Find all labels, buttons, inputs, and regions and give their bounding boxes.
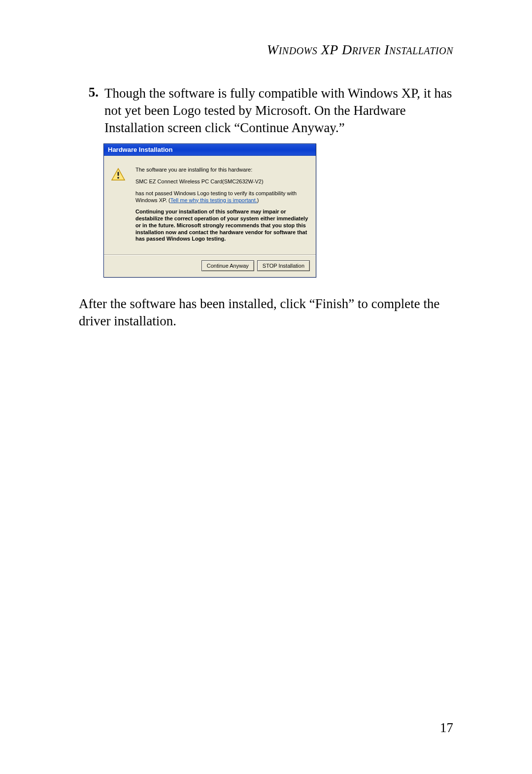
- dialog-warning-text: Continuing your installation of this sof…: [135, 209, 309, 243]
- step-number: 5.: [79, 85, 104, 100]
- after-install-text: After the software has been installed, c…: [79, 295, 453, 330]
- dialog-intro-line: The software you are installing for this…: [135, 167, 309, 174]
- dialog-not-passed-suffix: ): [257, 197, 259, 203]
- svg-point-2: [117, 177, 119, 179]
- dialog-button-row: Continue Anyway STOP Installation: [104, 255, 316, 277]
- stop-installation-button[interactable]: STOP Installation: [257, 260, 310, 271]
- dialog-icon-column: [111, 167, 129, 247]
- dialog-titlebar: Hardware Installation: [104, 144, 316, 156]
- continue-anyway-button[interactable]: Continue Anyway: [201, 260, 254, 271]
- dialog-screenshot: Hardware Installation The software you a…: [103, 143, 453, 278]
- dialog-why-testing-link[interactable]: Tell me why this testing is important.: [170, 197, 257, 203]
- dialog-text-column: The software you are installing for this…: [135, 167, 309, 247]
- manual-page: Windows XP Driver Installation 5. Though…: [0, 0, 532, 774]
- dialog-device-name: SMC EZ Connect Wireless PC Card(SMC2632W…: [135, 178, 309, 185]
- dialog-body: The software you are installing for this…: [104, 156, 316, 254]
- instruction-step: 5. Though the software is fully compatib…: [79, 85, 453, 137]
- svg-rect-1: [118, 172, 119, 176]
- warning-icon: [111, 168, 126, 181]
- step-text: Though the software is fully compatible …: [104, 85, 453, 137]
- dialog-not-passed-line: has not passed Windows Logo testing to v…: [135, 190, 309, 204]
- hardware-installation-dialog: Hardware Installation The software you a…: [103, 143, 316, 278]
- page-number: 17: [440, 720, 453, 736]
- page-header-title: Windows XP Driver Installation: [79, 42, 453, 58]
